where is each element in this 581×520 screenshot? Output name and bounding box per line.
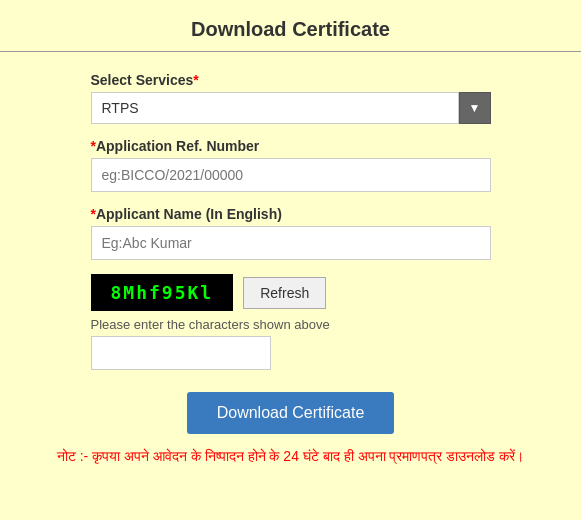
select-services-group: Select Services* RTPS ▼ <box>91 72 491 124</box>
select-services-wrapper: RTPS ▼ <box>91 92 491 124</box>
applicant-name-label: *Applicant Name (In English) <box>91 206 491 222</box>
note-text: नोट :- कृपया अपने आवेदन के निष्पादन होने… <box>37 434 544 477</box>
captcha-image: 8Mhf95Kl <box>91 274 234 311</box>
chevron-down-icon: ▼ <box>469 101 481 115</box>
app-ref-number-group: *Application Ref. Number <box>91 138 491 192</box>
download-certificate-button[interactable]: Download Certificate <box>187 392 395 434</box>
captcha-input[interactable] <box>91 336 271 370</box>
select-services-display[interactable]: RTPS <box>91 92 459 124</box>
captcha-group: 8Mhf95Kl Refresh Please enter the charac… <box>91 274 491 370</box>
select-services-label: Select Services* <box>91 72 491 88</box>
captcha-hint: Please enter the characters shown above <box>91 317 491 332</box>
captcha-row: 8Mhf95Kl Refresh <box>91 274 491 311</box>
applicant-name-input[interactable] <box>91 226 491 260</box>
form-container: Select Services* RTPS ▼ *Application Ref… <box>81 72 501 434</box>
title-divider <box>0 51 581 52</box>
required-asterisk: * <box>193 72 198 88</box>
applicant-name-group: *Applicant Name (In English) <box>91 206 491 260</box>
page-title: Download Certificate <box>0 0 581 51</box>
select-services-arrow-button[interactable]: ▼ <box>459 92 491 124</box>
refresh-button[interactable]: Refresh <box>243 277 326 309</box>
app-ref-number-input[interactable] <box>91 158 491 192</box>
app-ref-number-label: *Application Ref. Number <box>91 138 491 154</box>
